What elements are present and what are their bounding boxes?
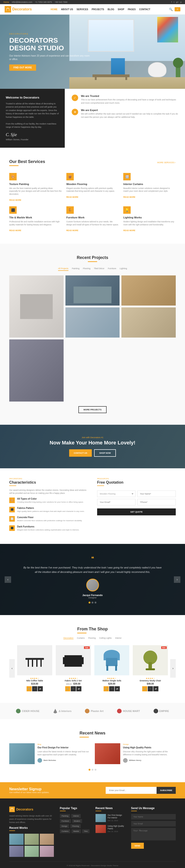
footer-logo[interactable]: Decorators bbox=[9, 807, 54, 812]
newsletter-subscribe-button[interactable]: SUBSCRIBE bbox=[156, 787, 176, 794]
project-thumb-4[interactable] bbox=[66, 307, 120, 338]
cta-shop-button[interactable]: SHOP NOW bbox=[94, 449, 116, 457]
partner-house-mart[interactable]: HOUSE MART bbox=[117, 709, 140, 713]
dot-3[interactable] bbox=[95, 601, 97, 603]
add-to-cart-2[interactable]: 🛒 bbox=[65, 686, 70, 691]
shop-tab-interior[interactable]: Interior bbox=[115, 637, 122, 640]
email-input[interactable] bbox=[97, 499, 136, 505]
tab-all-projects[interactable]: All Projects bbox=[58, 267, 69, 271]
compare-1[interactable]: ⇄ bbox=[38, 686, 43, 691]
project-thumb-5[interactable] bbox=[121, 307, 176, 338]
tag-design[interactable]: Design bbox=[60, 824, 69, 828]
tag-furniture[interactable]: Furniture bbox=[60, 819, 71, 823]
dot-2[interactable] bbox=[91, 601, 94, 603]
add-to-cart-1[interactable]: 🛒 bbox=[27, 686, 32, 691]
tab-tiled-decor[interactable]: Tiled Décor bbox=[94, 267, 105, 271]
logo[interactable]: Decorators bbox=[5, 6, 32, 12]
tag-tiles[interactable]: Tiles bbox=[82, 829, 90, 833]
tag-marble[interactable]: Marble bbox=[71, 829, 81, 833]
wishlist-4[interactable]: ♡ bbox=[148, 686, 153, 691]
furniture-read-more[interactable]: READ MORE bbox=[66, 229, 78, 231]
partner-interiors[interactable]: Δ Interiors bbox=[53, 709, 71, 713]
footer-send-button[interactable]: SEND bbox=[131, 843, 144, 849]
tab-painting[interactable]: Painting bbox=[72, 267, 79, 271]
add-to-cart-3[interactable]: 🛒 bbox=[104, 686, 109, 691]
hero-cta-button[interactable]: FIND OUT MORE bbox=[9, 64, 36, 71]
tag-modern[interactable]: Modern bbox=[72, 819, 82, 823]
recent-work-5[interactable] bbox=[25, 846, 39, 857]
project-thumb-1[interactable] bbox=[9, 275, 64, 338]
partner-cider-house[interactable]: CIDER HOUSE bbox=[16, 709, 39, 713]
nav-contact[interactable]: CONTACT bbox=[139, 8, 150, 11]
project-thumb-3[interactable] bbox=[121, 275, 176, 306]
cta-contact-button[interactable]: CONTACT US bbox=[69, 449, 92, 457]
carousel-next[interactable]: › bbox=[170, 659, 176, 678]
compare-2[interactable]: ⇄ bbox=[76, 686, 81, 691]
nav-home[interactable]: HOME bbox=[51, 8, 58, 11]
partner-plaster[interactable]: Plaster Art bbox=[85, 709, 103, 713]
wishlist-3[interactable]: ♡ bbox=[109, 686, 114, 691]
footer-name-input[interactable] bbox=[131, 814, 176, 819]
newsletter-email-input[interactable] bbox=[106, 787, 156, 794]
flooring-read-more[interactable]: READ MORE bbox=[66, 196, 78, 198]
shop-tab-decoration[interactable]: Decoration bbox=[63, 637, 74, 640]
wishlist-1[interactable]: ♡ bbox=[32, 686, 37, 691]
carousel-prev[interactable]: ‹ bbox=[9, 659, 15, 678]
next-testimonial[interactable]: › bbox=[174, 576, 180, 583]
tag-curtains[interactable]: Curtains bbox=[60, 829, 71, 833]
nav-blog[interactable]: BLOG bbox=[108, 8, 114, 11]
wishlist-2[interactable]: ♡ bbox=[71, 686, 76, 691]
get-quote-button[interactable]: GET QUOTE bbox=[97, 508, 176, 516]
recent-work-4[interactable] bbox=[9, 846, 24, 857]
pinterest-icon[interactable]: p bbox=[180, 1, 182, 3]
tab-flooring[interactable]: Flooring bbox=[83, 267, 90, 271]
nav-shop[interactable]: SHOP bbox=[118, 8, 124, 11]
tab-lighting[interactable]: Lighting bbox=[120, 267, 127, 271]
recent-work-2[interactable] bbox=[25, 834, 39, 845]
google-plus-icon[interactable]: g+ bbox=[176, 1, 179, 3]
facebook-icon[interactable]: f bbox=[171, 1, 172, 3]
footer-message-input[interactable] bbox=[131, 828, 176, 840]
service-select[interactable]: Wooden Flooring Texture Painting Interio… bbox=[97, 491, 136, 497]
add-to-cart-4[interactable]: 🛒 bbox=[142, 686, 147, 691]
texture-read-more[interactable]: READ MORE bbox=[9, 199, 21, 201]
nav-projects[interactable]: PROJECTS bbox=[91, 8, 104, 11]
partner-empire[interactable]: EMPIRE bbox=[153, 709, 169, 713]
news-article-title-1[interactable]: Our First Design For Interior bbox=[37, 746, 90, 749]
news-article-title-2[interactable]: Using High Quality Paints bbox=[123, 746, 176, 749]
cart-button[interactable]: 0 bbox=[175, 7, 180, 11]
news-img-1[interactable] bbox=[9, 743, 35, 764]
footer-news-title-1[interactable]: Our First Design For Interior bbox=[108, 814, 125, 819]
shop-tab-curtains[interactable]: Curtains bbox=[77, 637, 85, 640]
news-dot-3[interactable] bbox=[95, 769, 97, 771]
name-input[interactable] bbox=[137, 491, 176, 497]
home-link[interactable]: Home bbox=[3, 1, 9, 3]
project-thumb-2[interactable] bbox=[66, 275, 120, 306]
footer-news-title-2[interactable]: Using High Quality Paints bbox=[108, 825, 125, 830]
nav-about[interactable]: ABOUT US bbox=[61, 8, 73, 11]
more-services-link[interactable]: MORE SERVICES › bbox=[157, 161, 176, 164]
search-icon[interactable]: 🔍 bbox=[169, 8, 173, 11]
compare-3[interactable]: ⇄ bbox=[115, 686, 120, 691]
phone-input[interactable] bbox=[137, 499, 176, 505]
curtains-read-more[interactable]: READ MORE bbox=[123, 196, 135, 198]
recent-work-6[interactable] bbox=[40, 846, 54, 857]
project-thumb-6[interactable] bbox=[9, 339, 64, 402]
news-dot-2[interactable] bbox=[91, 769, 94, 771]
recent-work-3[interactable] bbox=[40, 834, 54, 845]
prev-testimonial[interactable]: ‹ bbox=[5, 576, 11, 583]
tag-interior[interactable]: Interior bbox=[71, 814, 81, 818]
footer-email-input[interactable] bbox=[131, 821, 176, 827]
tag-flooring[interactable]: Flooring bbox=[70, 824, 81, 828]
lighting-read-more[interactable]: READ MORE bbox=[123, 229, 135, 231]
tile-read-more[interactable]: READ MORE bbox=[9, 229, 21, 231]
recent-work-1[interactable] bbox=[9, 834, 24, 845]
nav-services[interactable]: SERVICES bbox=[77, 8, 88, 11]
news-dot-1[interactable] bbox=[88, 769, 90, 771]
compare-4[interactable]: ⇄ bbox=[153, 686, 158, 691]
twitter-icon[interactable]: t bbox=[174, 1, 174, 3]
more-projects-button[interactable]: MORE PROJECTS bbox=[78, 406, 107, 413]
tag-painting[interactable]: Painting bbox=[60, 814, 70, 818]
dot-1[interactable] bbox=[88, 601, 90, 603]
nav-pages[interactable]: PAGES bbox=[128, 8, 136, 11]
